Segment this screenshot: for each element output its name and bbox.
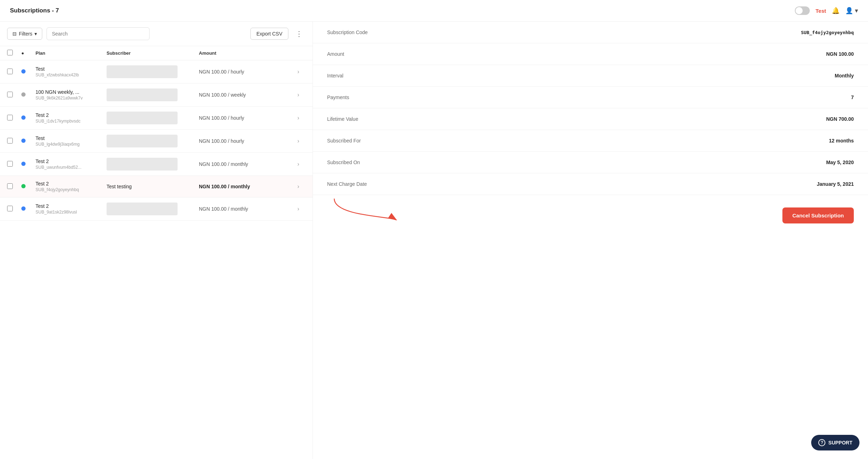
filter-icon: ⊟: [12, 31, 17, 37]
plan-name: Test 2: [36, 158, 107, 164]
plan-cell: Test 2 SUB_i1dv17kympbvsdc: [36, 112, 107, 124]
row-checkbox[interactable]: [7, 138, 13, 144]
header-dot: ●: [21, 50, 36, 56]
plan-name: 100 NGN weekly, ...: [36, 89, 107, 95]
row-checkbox[interactable]: [7, 161, 13, 167]
amount-cell: NGN 100.00 / hourly: [199, 69, 291, 75]
plan-cell: Test 2 SUB_f4ojy2goyeynhbq: [36, 181, 107, 192]
row-chevron-icon[interactable]: ›: [291, 138, 305, 144]
plan-name: Test: [36, 135, 107, 141]
row-chevron-icon[interactable]: ›: [291, 183, 305, 190]
main-layout: ⊟ Filters ▾ Export CSV ⋮ ● Plan Subscrib…: [0, 22, 868, 459]
status-dot: [21, 115, 26, 120]
detail-label: Subscribed On: [327, 160, 360, 165]
plan-name: Test 2: [36, 203, 107, 209]
row-checkbox-cell: [7, 69, 21, 75]
plan-name: Test: [36, 66, 107, 72]
row-status-dot: [21, 115, 36, 121]
col-subscriber: Subscriber: [107, 50, 199, 56]
export-csv-button[interactable]: Export CSV: [250, 28, 288, 40]
row-chevron-icon[interactable]: ›: [291, 115, 305, 121]
row-checkbox[interactable]: [7, 115, 13, 120]
bell-icon[interactable]: 🔔: [832, 7, 840, 15]
subscriber-blur: [107, 158, 178, 171]
cancel-subscription-button[interactable]: Cancel Subscription: [782, 207, 854, 223]
plan-code: SUB_f4ojy2goyeynhbq: [36, 187, 107, 192]
subscriber-blur: [107, 65, 178, 78]
table-row[interactable]: 100 NGN weekly, ... SUB_9k6k2621a9wwk7v …: [0, 83, 313, 107]
right-panel: Subscription Code SUB_f4ojy2goyeynhbq Am…: [313, 22, 868, 459]
subscriber-cell: [107, 135, 199, 147]
detail-value: Monthly: [835, 73, 854, 79]
detail-row: Amount NGN 100.00: [313, 43, 868, 65]
table-row[interactable]: Test 2 SUB_i1dv17kympbvsdc NGN 100.00 / …: [0, 107, 313, 130]
select-all-checkbox[interactable]: [7, 50, 13, 55]
detail-value: January 5, 2021: [817, 181, 854, 187]
row-status-dot: [21, 69, 36, 75]
left-panel: ⊟ Filters ▾ Export CSV ⋮ ● Plan Subscrib…: [0, 22, 313, 459]
row-status-dot: [21, 161, 36, 167]
row-status-dot: [21, 92, 36, 98]
test-toggle[interactable]: [795, 6, 810, 15]
row-checkbox[interactable]: [7, 206, 13, 211]
table-row[interactable]: Test 2 SUB_9at1sk2z98lvusl NGN 100.00 / …: [0, 198, 313, 221]
subscriber-cell: [107, 112, 199, 124]
detail-row: Next Charge Date January 5, 2021: [313, 173, 868, 195]
detail-row: Interval Monthly: [313, 65, 868, 87]
arrow-indicator: [327, 195, 405, 227]
detail-label: Interval: [327, 73, 343, 79]
filters-chevron-icon: ▾: [34, 31, 37, 37]
plan-code: SUB_9k6k2621a9wwk7v: [36, 96, 107, 101]
subscriber-blur: [107, 112, 178, 124]
amount-cell: NGN 100.00 / monthly: [199, 206, 291, 212]
table-row[interactable]: Test 2 SUB_f4ojy2goyeynhbq Test testing …: [0, 176, 313, 198]
table-row[interactable]: Test SUB_lg4dw9j3iaqx6mg NGN 100.00 / ho…: [0, 130, 313, 153]
plan-code: SUB_uwunfvum4bd52...: [36, 165, 107, 170]
support-button[interactable]: ? SUPPORT: [811, 435, 859, 450]
plan-code: SUB_9at1sk2z98lvusl: [36, 210, 107, 215]
row-checkbox-cell: [7, 92, 21, 98]
plan-name: Test 2: [36, 112, 107, 118]
filters-label: Filters: [19, 31, 32, 37]
col-amount: Amount: [199, 50, 291, 56]
detail-row: Payments 7: [313, 87, 868, 108]
col-plan: Plan: [36, 50, 107, 56]
row-chevron-icon[interactable]: ›: [291, 161, 305, 167]
app-header: Subscriptions - 7 Test 🔔 👤 ▾: [0, 0, 868, 22]
row-chevron-icon[interactable]: ›: [291, 206, 305, 212]
row-checkbox[interactable]: [7, 183, 13, 189]
plan-cell: Test SUB_xfzwbshkacx42lb: [36, 66, 107, 77]
amount-cell: NGN 100.00 / monthly: [199, 184, 291, 189]
action-area: Cancel Subscription: [313, 195, 868, 231]
detail-value: 12 months: [829, 138, 854, 144]
subscriber-cell: Test testing: [107, 184, 199, 189]
detail-label: Payments: [327, 94, 349, 100]
table-row[interactable]: Test 2 SUB_uwunfvum4bd52... NGN 100.00 /…: [0, 153, 313, 176]
search-input[interactable]: [47, 27, 150, 40]
row-checkbox-cell: [7, 161, 21, 168]
detail-label: Subscribed For: [327, 138, 361, 144]
test-label: Test: [815, 8, 826, 14]
user-icon[interactable]: 👤 ▾: [845, 7, 858, 15]
subscriber-cell: [107, 158, 199, 171]
table-row[interactable]: Test SUB_xfzwbshkacx42lb NGN 100.00 / ho…: [0, 60, 313, 83]
subscriber-blur: [107, 202, 178, 215]
more-options-button[interactable]: ⋮: [293, 28, 305, 39]
header-right: Test 🔔 👤 ▾: [795, 6, 858, 15]
header-check: [7, 50, 21, 56]
amount-cell: NGN 100.00 / monthly: [199, 161, 291, 167]
row-chevron-icon[interactable]: ›: [291, 69, 305, 75]
row-checkbox[interactable]: [7, 92, 13, 97]
row-checkbox-cell: [7, 183, 21, 190]
row-chevron-icon[interactable]: ›: [291, 92, 305, 98]
detail-label: Amount: [327, 51, 344, 57]
row-checkbox[interactable]: [7, 69, 13, 74]
filters-button[interactable]: ⊟ Filters ▾: [7, 28, 42, 40]
support-label: SUPPORT: [828, 440, 852, 446]
status-dot: [21, 184, 26, 188]
row-checkbox-cell: [7, 138, 21, 145]
status-dot: [21, 162, 26, 166]
amount-cell: NGN 100.00 / hourly: [199, 115, 291, 121]
plan-name: Test 2: [36, 181, 107, 187]
detail-row: Lifetime Value NGN 700.00: [313, 108, 868, 130]
